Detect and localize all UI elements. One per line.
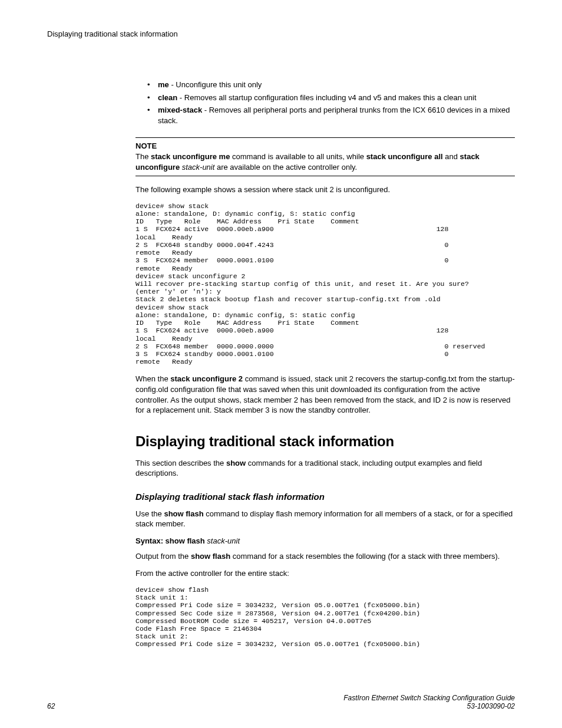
footer-title-block: FastIron Ethernet Switch Stacking Config… (343, 694, 515, 710)
note-label: NOTE (135, 141, 515, 150)
footer-docnum: 53-1003090-02 (343, 702, 515, 710)
list-item: clean - Removes all startup configuratio… (147, 93, 515, 103)
term: me (158, 80, 169, 89)
text-bold: stack unconfigure all (366, 152, 443, 161)
page-number: 62 (47, 702, 55, 710)
syntax-italic: stack-unit (205, 536, 240, 545)
desc: - Unconfigure this unit only (169, 80, 262, 89)
page-footer: 62 FastIron Ethernet Switch Stacking Con… (47, 694, 515, 710)
text: The (135, 152, 151, 161)
text-bold: show (226, 459, 246, 467)
note-top-rule (135, 137, 515, 138)
note-bottom-rule (135, 176, 515, 176)
text: This section describes the (135, 459, 226, 467)
paragraph: When the stack unconfigure 2 command is … (135, 374, 515, 415)
section-heading: Displaying traditional stack information (135, 433, 515, 450)
code-block: device# show flash Stack unit 1: Compres… (135, 586, 515, 648)
main-content: me - Unconfigure this unit only clean - … (135, 80, 515, 648)
syntax-line: Syntax: show flash stack-unit (135, 536, 515, 545)
text: are available on the active controller o… (214, 163, 357, 172)
text-bold: stack unconfigure 2 (170, 374, 243, 383)
text: When the (135, 374, 170, 383)
list-item: me - Unconfigure this unit only (147, 80, 515, 90)
paragraph: From the active controller for the entir… (135, 568, 515, 579)
text: Use the (135, 509, 164, 518)
subsection-heading: Displaying traditional stack flash infor… (135, 492, 515, 502)
running-header: Displaying traditional stack information (47, 29, 515, 38)
list-item: mixed-stack - Removes all peripheral por… (147, 105, 515, 126)
term: clean (158, 93, 177, 102)
text: command is available to all units, while (230, 152, 366, 161)
text: Output from the (135, 552, 191, 561)
code-block: device# show stack alone: standalone, D:… (135, 202, 515, 366)
paragraph: Output from the show flash command for a… (135, 551, 515, 562)
term: mixed-stack (158, 106, 202, 114)
text: command for a stack resembles the follow… (230, 552, 500, 561)
paragraph: The following example shows a session wh… (135, 185, 515, 195)
syntax-bold: Syntax: show flash (135, 536, 205, 545)
text-bold: show flash (191, 552, 230, 561)
paragraph: This section describes the show commands… (135, 458, 515, 479)
footer-title: FastIron Ethernet Switch Stacking Config… (343, 694, 515, 702)
text-bold: stack unconfigure me (151, 152, 230, 161)
paragraph: Use the show flash command to display fl… (135, 509, 515, 529)
desc: - Removes all peripheral ports and perip… (158, 106, 510, 125)
text: and (443, 152, 460, 161)
note-body: The stack unconfigure me command is avai… (135, 151, 515, 172)
text-italic: stack-unit (180, 163, 214, 172)
desc: - Removes all startup configuration file… (177, 93, 476, 102)
bullet-list: me - Unconfigure this unit only clean - … (135, 80, 515, 126)
text-bold: show flash (164, 509, 203, 518)
